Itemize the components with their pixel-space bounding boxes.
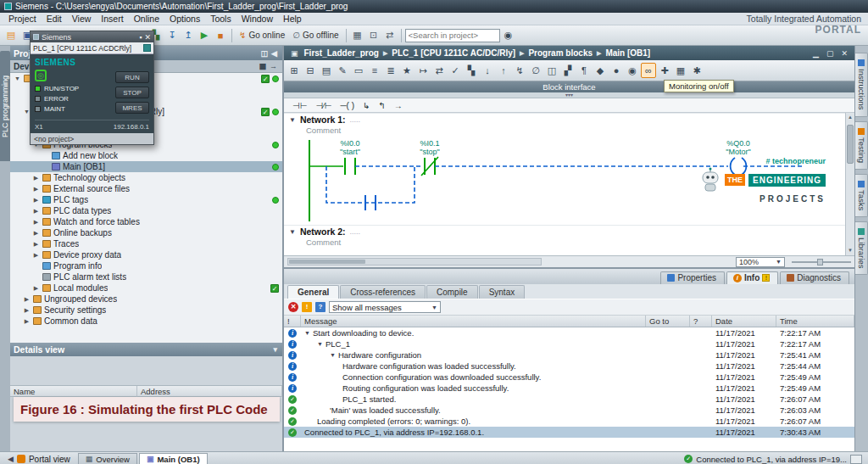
tree-item-watch-and-force-tables[interactable]: ▶Watch and force tables	[10, 216, 282, 227]
editor-close-icon[interactable]: ✕	[839, 49, 849, 58]
status-display-icon[interactable]: ●	[609, 63, 624, 78]
menu-item-online[interactable]: Online	[129, 14, 164, 24]
ladder-vertical-scrollbar[interactable]: ▲ ▼	[845, 113, 854, 255]
tree-item-ungrouped-devices[interactable]: ▶Ungrouped devices	[10, 293, 282, 305]
simulation-icon[interactable]: ⊡	[366, 28, 381, 43]
expander-closed-icon[interactable]: ▶	[32, 219, 40, 226]
insert-network-icon[interactable]: ⊞	[287, 63, 302, 78]
goto-icon[interactable]: ↦	[415, 63, 431, 78]
split-horizontal-icon[interactable]: ◫	[544, 63, 559, 78]
favorite-instruction-0[interactable]: ⊣⊢	[292, 101, 307, 110]
tree-item-external-source-files[interactable]: ▶External source files	[10, 183, 282, 194]
zoom-slider[interactable]	[792, 261, 851, 263]
favorite-instruction-2[interactable]: ─( )	[341, 101, 355, 110]
compile-block-icon[interactable]: ▚	[464, 63, 479, 78]
editor-minimize-icon[interactable]: ▁	[811, 49, 821, 58]
dock-panel-icon[interactable]: ◫	[259, 49, 270, 58]
network-2-comment[interactable]: Comment	[284, 238, 854, 249]
absolute-symbolic-icon[interactable]: ▞	[560, 63, 576, 78]
comments-icon[interactable]: ¶	[576, 63, 592, 78]
compare-icon[interactable]: ⇄	[431, 63, 447, 78]
tree-item-add-new-block[interactable]: Add new block	[10, 150, 282, 161]
statusbar-tab-overview[interactable]: ▦Overview	[78, 453, 137, 464]
menu-item-window[interactable]: Window	[236, 14, 278, 24]
empty-box-icon[interactable]: ▭	[351, 63, 366, 78]
subtab-general[interactable]: General	[287, 285, 339, 299]
tree-item-plc-data-types[interactable]: ▶PLC data types	[10, 205, 282, 216]
subtab-syntax[interactable]: Syntax	[479, 285, 526, 299]
tab-info[interactable]: iInfo!	[726, 271, 778, 284]
consistency-check-icon[interactable]: ✓	[448, 63, 463, 78]
message-row[interactable]: ✓PLC_1 started.11/17/20217:26:07 AM	[284, 394, 854, 405]
pin-window-icon[interactable]: ▪	[139, 33, 142, 42]
power-button[interactable]: ◎	[35, 70, 47, 81]
message-row[interactable]: ✓Connected to PLC_1, via address IP=192.…	[284, 427, 854, 438]
scroll-down-icon[interactable]: ▼	[846, 246, 854, 255]
expander-closed-icon[interactable]: ▶	[32, 175, 40, 182]
stop-button[interactable]: STOP	[115, 87, 149, 98]
start-cpu-icon[interactable]: ▶	[197, 28, 212, 43]
tab-instructions[interactable]: Instructions	[855, 53, 868, 117]
contact-stop-address[interactable]: %I0.1	[420, 139, 439, 148]
message-row[interactable]: ✓'Main' was loaded successfully.11/17/20…	[284, 405, 854, 416]
tree-item-plc-alarm-text-lists[interactable]: PLC alarm text lists	[10, 271, 282, 282]
col-time[interactable]: Time	[776, 316, 854, 327]
download-block-icon[interactable]: ↓	[480, 63, 495, 78]
column-config-icon[interactable]: ▦	[257, 62, 268, 70]
message-row[interactable]: i▼Start downloading to device.11/17/2021…	[284, 327, 854, 338]
network-1-header[interactable]: ▼ Network 1: .....	[284, 113, 854, 126]
favorite-instruction-3[interactable]: ↳	[363, 101, 370, 110]
contact-stop-name[interactable]: "stop"	[420, 148, 439, 156]
statusbar-tab-main-ob1[interactable]: ▣Main (OB1)	[139, 453, 208, 464]
zoom-select[interactable]: 100% ▼	[736, 257, 785, 267]
message-row[interactable]: ✓Loading completed (errors: 0; warnings:…	[284, 416, 854, 427]
download-to-device-icon[interactable]: ↧	[164, 28, 180, 43]
col-help[interactable]: ?	[690, 316, 712, 327]
expander-closed-icon[interactable]: ▶	[32, 208, 40, 215]
tree-item-traces[interactable]: ▶Traces	[10, 238, 282, 249]
expander-closed-icon[interactable]: ▶	[32, 230, 40, 237]
expander-closed-icon[interactable]: ▶	[23, 296, 31, 303]
subtab-cross-references[interactable]: Cross-references	[340, 285, 426, 299]
message-row[interactable]: iRouting configuration was loaded succes…	[284, 383, 854, 394]
breadcrumb-item-main-ob1[interactable]: Main [OB1]	[605, 48, 650, 58]
expander-closed-icon[interactable]: ▶	[32, 186, 40, 193]
free-form-comment-icon[interactable]: ◆	[593, 63, 608, 78]
scrollbar-thumb[interactable]	[289, 260, 365, 264]
modify-value-icon[interactable]: ✚	[657, 63, 672, 78]
portal-view-button[interactable]: ◀ Portal view	[3, 455, 75, 464]
menu-item-project[interactable]: Project	[3, 14, 42, 24]
expander-closed-icon[interactable]: ▶	[32, 197, 40, 204]
upload-block-icon[interactable]: ↑	[496, 63, 511, 78]
message-filter-select[interactable]: Show all messages ▼	[329, 301, 441, 313]
insert-row-icon[interactable]: ▤	[319, 63, 334, 78]
details-col-name[interactable]: Name	[10, 386, 137, 397]
filter-errors-icon[interactable]: ✕	[288, 302, 298, 312]
device-badge-icon[interactable]	[143, 44, 151, 52]
menu-item-help[interactable]: Help	[278, 14, 307, 24]
tree-item-local-modules[interactable]: ▶Local modules✓	[10, 282, 282, 293]
upload-from-device-icon[interactable]: ↥	[181, 28, 196, 43]
expander-closed-icon[interactable]: ▶	[23, 318, 31, 325]
message-row[interactable]: i▼Hardware configuration11/17/20217:25:4…	[284, 349, 854, 361]
cross-reference-icon[interactable]: ⇄	[382, 28, 398, 43]
expander-closed-icon[interactable]: ▶	[32, 241, 40, 248]
mres-button[interactable]: MRES	[115, 102, 149, 114]
ladder-horizontal-scrollbar[interactable]	[287, 258, 542, 266]
favorite-instruction-5[interactable]: →	[394, 101, 403, 110]
tab-testing[interactable]: Testing	[855, 121, 868, 170]
breadcrumb-item-plc-1-cpu-1211c-ac-dc-rly[interactable]: PLC_1 [CPU 1211C AC/DC/Rly]	[392, 48, 515, 58]
coil-motor-address[interactable]: %Q0.0	[726, 139, 750, 148]
network-2-header[interactable]: ▼ Network 2: .....	[284, 225, 854, 238]
expander-closed-icon[interactable]: ▶	[23, 307, 31, 314]
tree-item-program-info[interactable]: Program info	[10, 260, 282, 271]
scroll-up-icon[interactable]: ▲	[846, 113, 854, 122]
expander-open-icon[interactable]: ▼	[14, 75, 21, 81]
online-tools-icon[interactable]: ▦	[350, 28, 365, 43]
expander-open-icon[interactable]: ▼	[330, 352, 336, 358]
go-online-icon[interactable]: ↯	[512, 63, 527, 78]
delete-network-icon[interactable]: ⊟	[303, 63, 318, 78]
tab-diagnostics[interactable]: Diagnostics	[780, 271, 849, 284]
coil-motor-name[interactable]: "Motor"	[726, 148, 750, 156]
tab-properties[interactable]: Properties	[660, 271, 725, 284]
